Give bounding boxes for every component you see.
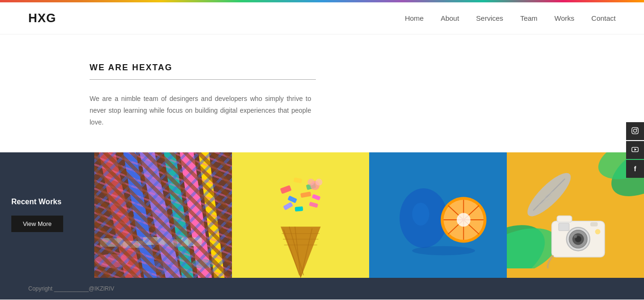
header: HXG Home About Services Team Works Conta… [0,2,644,34]
works-grid [94,152,644,278]
facebook-icon: f [634,165,636,173]
svg-point-19 [191,259,214,268]
paint-brushes-svg [94,152,232,278]
svg-point-1 [634,129,637,132]
about-divider [90,79,316,80]
svg-point-69 [574,234,577,238]
svg-line-11 [203,152,220,278]
about-section: WE ARE HEXTAG We are a nimble team of de… [0,34,339,152]
svg-rect-15 [164,239,183,247]
footer-copyright: Copyright ___________@IKZIRIV [28,285,114,292]
social-sidebar: f [626,122,644,178]
work-item-ice-cream[interactable] [232,152,370,278]
instagram-button[interactable] [626,122,644,140]
work-item-camera[interactable] [507,152,644,278]
svg-rect-0 [632,127,638,133]
works-section: Recent Works View More [0,152,644,278]
nav-about[interactable]: About [441,14,459,22]
svg-rect-64 [557,216,571,222]
svg-point-51 [457,213,471,226]
svg-marker-4 [635,148,637,150]
work-item-paint-brushes[interactable] [94,152,232,278]
svg-rect-12 [100,238,123,246]
ice-cream-svg [232,152,370,278]
svg-point-40 [307,178,314,185]
youtube-icon [631,146,639,155]
about-heading: WE ARE HEXTAG [90,63,311,73]
blue-orange-svg [369,152,507,278]
youtube-button[interactable] [626,141,644,159]
nav-works[interactable]: Works [554,14,574,22]
svg-point-17 [94,254,129,267]
works-title: Recent Works [11,198,83,206]
svg-rect-71 [558,223,569,231]
svg-rect-16 [182,237,202,246]
svg-point-44 [412,202,429,225]
svg-point-41 [315,178,322,185]
nav-services[interactable]: Services [476,14,504,22]
svg-line-7 [129,152,151,278]
svg-rect-70 [590,222,598,226]
svg-point-52 [412,246,475,255]
camera-svg [507,152,644,269]
view-more-button[interactable]: View More [11,216,63,232]
about-body: We are a nimble team of desingers and de… [90,93,311,129]
instagram-icon [631,127,639,136]
svg-line-10 [186,152,206,278]
work-item-blue-orange[interactable] [369,152,507,278]
svg-line-8 [146,152,174,278]
svg-point-18 [143,261,172,272]
footer: Copyright ___________@IKZIRIV [0,278,644,300]
svg-rect-38 [295,206,303,211]
nav-team[interactable]: Team [520,14,537,22]
logo: HXG [28,11,56,25]
nav: Home About Services Team Works Contact [405,14,616,22]
svg-line-6 [106,152,135,278]
nav-contact[interactable]: Contact [591,14,616,22]
svg-line-9 [169,152,189,278]
nav-home[interactable]: Home [405,14,424,22]
svg-rect-14 [143,237,165,245]
svg-rect-13 [123,241,143,248]
svg-point-2 [636,128,637,129]
svg-rect-5 [94,152,232,278]
facebook-button[interactable]: f [626,160,644,178]
svg-point-72 [595,229,600,234]
works-sidebar: Recent Works View More [0,152,94,278]
